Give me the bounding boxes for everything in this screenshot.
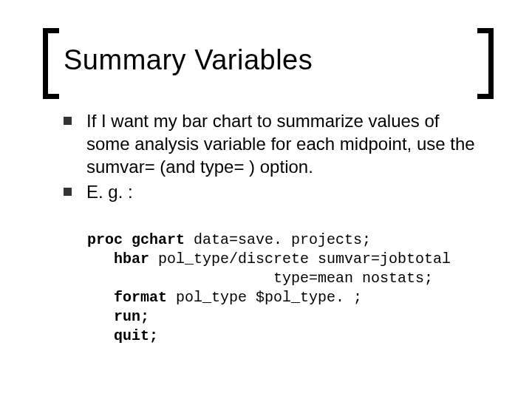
code-keyword: hbar <box>87 250 149 267</box>
bracket-left-icon <box>43 28 59 99</box>
code-text: pol_type $pol_type. ; <box>167 289 362 306</box>
bullet-text: E. g. : <box>86 180 485 203</box>
code-block: proc gchart data=save. projects; hbar po… <box>87 231 501 346</box>
code-keyword: proc gchart <box>87 231 185 248</box>
code-text: type=mean nostats; <box>87 270 433 287</box>
bullet-item: If I want my bar chart to summarize valu… <box>64 109 485 179</box>
square-bullet-icon <box>64 188 72 196</box>
square-bullet-icon <box>64 117 72 125</box>
code-text: data=save. projects; <box>185 231 371 248</box>
title-area: Summary Variables <box>43 28 494 95</box>
bullet-item: E. g. : <box>64 180 485 203</box>
bracket-right-icon <box>477 28 494 99</box>
bullet-text: If I want my bar chart to summarize valu… <box>86 109 485 179</box>
slide: Summary Variables If I want my bar chart… <box>0 0 532 399</box>
code-keyword: quit; <box>87 327 158 344</box>
code-text: pol_type/discrete sumvar=jobtotal <box>149 250 451 267</box>
body-content: If I want my bar chart to summarize valu… <box>64 109 485 205</box>
code-keyword: format <box>87 289 167 306</box>
slide-title: Summary Variables <box>64 44 313 76</box>
code-keyword: run; <box>87 308 149 325</box>
